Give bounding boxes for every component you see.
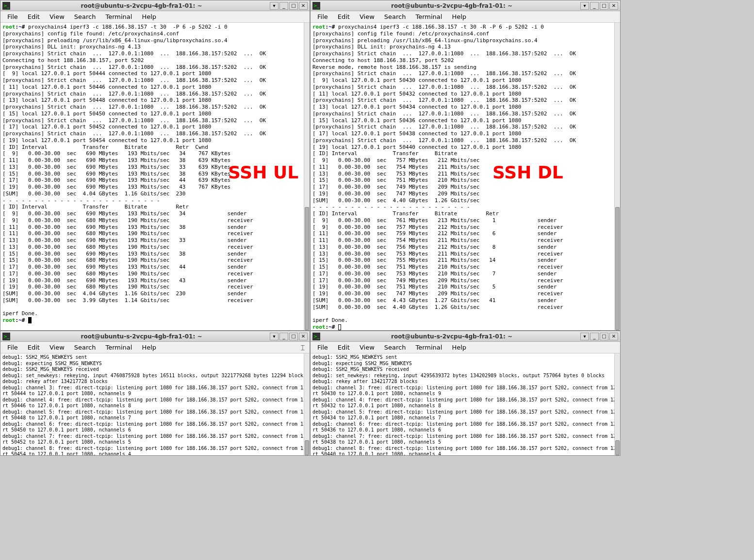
menu-help[interactable]: Help xyxy=(137,12,161,21)
terminal-output[interactable]: debug1: SSH2_MSG_NEWKEYS sent debug1: ex… xyxy=(311,353,620,455)
maximize-button[interactable]: □ xyxy=(289,2,298,10)
menu-search[interactable]: Search xyxy=(69,343,101,352)
window-title: root@ubuntu-s-2vcpu-4gb-fra1-01: ~ xyxy=(13,2,270,9)
minimize-button[interactable]: _ xyxy=(590,333,599,340)
menu-help[interactable]: Help xyxy=(137,343,161,352)
menubar: File Edit View Search Terminal Help xyxy=(0,11,310,23)
menu-file[interactable]: File xyxy=(2,12,23,21)
menu-file[interactable]: File xyxy=(312,12,333,21)
terminal-icon: >_ xyxy=(2,333,10,340)
titlebar[interactable]: >_ root@ubuntu-s-2vcpu-4gb-fra1-01: ~ ▾ … xyxy=(311,0,620,11)
menu-terminal[interactable]: Terminal xyxy=(410,343,447,352)
menu-search[interactable]: Search xyxy=(379,343,411,352)
menu-view[interactable]: View xyxy=(45,12,69,21)
ibeam-cursor-icon: ⌶ xyxy=(301,344,305,351)
terminal-output[interactable]: root:~# proxychains4 iperf3 -c 188.166.3… xyxy=(311,23,620,330)
menu-edit[interactable]: Edit xyxy=(23,12,45,21)
terminal-output[interactable]: root:~# proxychains4 iperf3 -c 188.166.3… xyxy=(0,23,310,330)
scroll-thumb[interactable] xyxy=(615,440,620,456)
maximize-button[interactable]: □ xyxy=(600,2,608,10)
scrollbar[interactable] xyxy=(614,23,620,330)
scrollbar[interactable] xyxy=(304,353,310,455)
scroll-thumb[interactable] xyxy=(305,207,309,330)
titlebar[interactable]: >_ root@ubuntu-s-2vcpu-4gb-fra1-01: ~ ▾ … xyxy=(311,331,620,342)
terminal-window-dl: >_ root@ubuntu-s-2vcpu-4gb-fra1-01: ~ ▾ … xyxy=(310,0,621,331)
menu-help[interactable]: Help xyxy=(447,12,471,21)
window-title: root@ubuntu-s-2vcpu-4gb-fra1-01: ~ xyxy=(13,333,270,340)
scroll-thumb[interactable] xyxy=(615,207,620,330)
menu-edit[interactable]: Edit xyxy=(23,343,45,352)
menubar: File Edit View Search Terminal Help ⌶ xyxy=(0,342,310,353)
menu-edit[interactable]: Edit xyxy=(333,12,355,21)
menu-terminal[interactable]: Terminal xyxy=(410,12,447,21)
minimize-button[interactable]: _ xyxy=(279,333,288,340)
close-button[interactable]: ✕ xyxy=(299,2,308,10)
menu-search[interactable]: Search xyxy=(379,12,411,21)
menu-terminal[interactable]: Terminal xyxy=(100,343,137,352)
close-button[interactable]: ✕ xyxy=(609,333,618,340)
menu-file[interactable]: File xyxy=(2,343,23,352)
menu-edit[interactable]: Edit xyxy=(333,343,355,352)
minimize-button[interactable]: _ xyxy=(590,2,599,10)
close-button[interactable]: ✕ xyxy=(609,2,618,10)
menu-search[interactable]: Search xyxy=(69,12,101,21)
menu-view[interactable]: View xyxy=(355,12,379,21)
terminal-output[interactable]: debug1: SSH2_MSG_NEWKEYS sent debug1: ex… xyxy=(0,353,310,455)
maximize-button[interactable]: □ xyxy=(289,333,298,340)
maximize-button[interactable]: □ xyxy=(600,333,608,340)
scrollbar[interactable] xyxy=(304,23,310,330)
menubar: File Edit View Search Terminal Help xyxy=(311,11,620,23)
shade-button[interactable]: ▾ xyxy=(270,2,279,10)
shade-button[interactable]: ▾ xyxy=(580,2,589,10)
menu-file[interactable]: File xyxy=(312,343,333,352)
terminal-icon: >_ xyxy=(2,2,10,10)
titlebar[interactable]: >_ root@ubuntu-s-2vcpu-4gb-fra1-01: ~ ▾ … xyxy=(0,331,310,342)
terminal-window-ul: >_ root@ubuntu-s-2vcpu-4gb-fra1-01: ~ ▾ … xyxy=(0,0,310,331)
window-title: root@ubuntu-s-2vcpu-4gb-fra1-01: ~ xyxy=(323,333,580,340)
terminal-window-debug-right: >_ root@ubuntu-s-2vcpu-4gb-fra1-01: ~ ▾ … xyxy=(310,331,621,456)
close-button[interactable]: ✕ xyxy=(299,333,308,340)
menu-view[interactable]: View xyxy=(355,343,379,352)
window-title: root@ubuntu-s-2vcpu-4gb-fra1-01: ~ xyxy=(323,2,580,9)
terminal-window-debug-left: >_ root@ubuntu-s-2vcpu-4gb-fra1-01: ~ ▾ … xyxy=(0,331,310,456)
scrollbar[interactable] xyxy=(614,353,620,455)
terminal-icon: >_ xyxy=(312,2,320,10)
scroll-thumb[interactable] xyxy=(305,440,309,456)
menubar: File Edit View Search Terminal Help xyxy=(311,342,620,353)
shade-button[interactable]: ▾ xyxy=(580,333,589,340)
minimize-button[interactable]: _ xyxy=(279,2,288,10)
menu-terminal[interactable]: Terminal xyxy=(100,12,137,21)
menu-view[interactable]: View xyxy=(45,343,69,352)
terminal-icon: >_ xyxy=(312,333,320,340)
menu-help[interactable]: Help xyxy=(447,343,471,352)
titlebar[interactable]: >_ root@ubuntu-s-2vcpu-4gb-fra1-01: ~ ▾ … xyxy=(0,0,310,11)
shade-button[interactable]: ▾ xyxy=(270,333,279,340)
